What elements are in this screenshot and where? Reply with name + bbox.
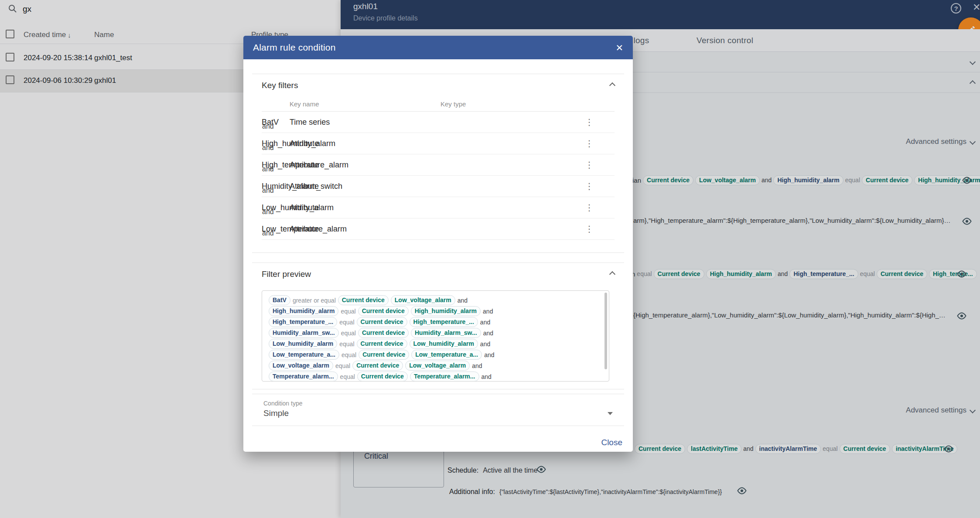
key-filters-title: Key filters	[262, 81, 298, 90]
key-filter-type: Attribute	[290, 225, 440, 234]
filter-preview-box: BatV greater or equal Current device Low…	[262, 290, 609, 382]
dropdown-caret-icon	[608, 412, 613, 415]
filter-preview-row: Humidity_alarm_sw... equal Current devic…	[269, 327, 598, 338]
key-chip: Low_voltage_alarm	[269, 361, 333, 371]
filter-preview-row: Temperature_alarm... equal Current devic…	[269, 371, 598, 382]
dialog-close-icon[interactable]: ✕	[615, 43, 623, 52]
filter-preview-row: Low_temperature_a... equal Current devic…	[269, 349, 598, 360]
row-menu-icon[interactable]: ⋮	[581, 117, 597, 127]
and-label: and	[262, 229, 274, 237]
filter-preview-row: Low_voltage_alarm equal Current device L…	[269, 360, 598, 371]
row-menu-icon[interactable]: ⋮	[581, 224, 597, 234]
condition-type-label: Condition type	[263, 400, 613, 407]
key-chip: Low_humidity_alarm	[269, 339, 337, 349]
key-chip: High_humidity_alarm	[269, 306, 338, 316]
join-label: and	[481, 373, 492, 380]
dialog-header: Alarm rule condition ✕	[243, 36, 633, 59]
and-label: and	[262, 165, 274, 173]
value-chip: Low_voltage_alarm	[391, 295, 455, 305]
alarm-rule-condition-dialog: Alarm rule condition ✕ Key filters Key n…	[243, 36, 633, 452]
operator-label: equal	[341, 351, 356, 358]
close-button[interactable]: Close	[594, 435, 629, 450]
key-chip: High_temperature_...	[269, 317, 337, 327]
key-chip: BatV	[269, 295, 290, 305]
value-chip: Low_humidity_alarm	[410, 339, 478, 349]
and-label: and	[262, 144, 274, 152]
condition-type-value: Simple	[263, 409, 289, 418]
join-label: and	[480, 341, 490, 348]
filter-preview-row: BatV greater or equal Current device Low…	[269, 295, 598, 306]
key-filters-panel-header[interactable]: Key filters	[262, 74, 615, 97]
key-filters-panel: Key filters Key name Key type and BatV T…	[252, 74, 624, 253]
operator-label: equal	[339, 319, 354, 326]
join-label: and	[458, 297, 468, 304]
collapse-chevron-up-icon[interactable]	[609, 82, 615, 89]
operator-label: equal	[341, 308, 355, 315]
entity-chip: Current device	[338, 295, 389, 305]
key-chip: Low_temperature_a...	[269, 350, 339, 360]
filter-preview-panel-header[interactable]: Filter preview	[262, 263, 615, 286]
operator-label: greater or equal	[293, 297, 336, 304]
key-filter-row[interactable]: and High_temperature_alarm Attribute ⋮	[262, 154, 615, 176]
entity-chip: Current device	[359, 350, 409, 360]
screen: Created time ↓ Name Profile type 2024-09…	[0, 0, 980, 518]
row-menu-icon[interactable]: ⋮	[581, 160, 597, 170]
column-key-type: Key type	[440, 100, 597, 108]
join-label: and	[480, 319, 490, 326]
key-filter-row[interactable]: and BatV Time series ⋮	[262, 112, 615, 133]
row-menu-icon[interactable]: ⋮	[581, 202, 597, 213]
and-label: and	[262, 208, 274, 216]
filter-preview-row: Low_humidity_alarm equal Current device …	[269, 338, 598, 349]
join-label: and	[483, 330, 493, 337]
key-chip: Temperature_alarm...	[269, 371, 338, 382]
value-chip: Temperature_alarm...	[410, 371, 479, 382]
entity-chip: Current device	[357, 317, 407, 327]
filter-preview-panel: Filter preview BatV greater or equal Cur…	[252, 262, 624, 389]
key-filter-row[interactable]: and High_humidity_alarm Attribute ⋮	[262, 133, 615, 154]
key-filter-row[interactable]: and Low_humidity_alarm Attribute ⋮	[262, 197, 615, 218]
collapse-chevron-up-icon[interactable]	[609, 271, 615, 277]
row-menu-icon[interactable]: ⋮	[581, 138, 597, 149]
dialog-title: Alarm rule condition	[253, 42, 336, 53]
and-label: and	[262, 123, 274, 130]
key-chip: Humidity_alarm_sw...	[269, 328, 339, 338]
operator-label: equal	[335, 362, 350, 369]
filter-preview-row: High_temperature_... equal Current devic…	[269, 317, 598, 327]
join-label: and	[484, 351, 494, 358]
value-chip: Low_temperature_a...	[411, 350, 482, 360]
operator-label: equal	[339, 341, 354, 348]
key-filter-type: Time series	[290, 118, 440, 127]
key-filter-type: Attribute	[290, 160, 440, 170]
key-filter-type: Attribute	[290, 139, 440, 148]
value-chip: Humidity_alarm_sw...	[411, 328, 481, 338]
condition-type-section: Condition type Simple	[252, 394, 624, 426]
key-filter-type: Attribute	[290, 203, 440, 212]
value-chip: High_humidity_alarm	[411, 306, 481, 316]
preview-scrollbar-thumb[interactable]	[604, 293, 607, 369]
key-filter-row[interactable]: and Humidity_alarm_switch Attribute ⋮	[262, 176, 615, 197]
entity-chip: Current device	[357, 339, 407, 349]
filter-preview-row: High_humidity_alarm equal Current device…	[269, 306, 598, 317]
value-chip: Low_voltage_alarm	[405, 361, 470, 371]
key-filters-table-header: Key name Key type	[262, 97, 615, 112]
operator-label: equal	[341, 330, 356, 337]
entity-chip: Current device	[358, 328, 409, 338]
entity-chip: Current device	[357, 371, 408, 382]
and-label: and	[262, 187, 274, 194]
join-label: and	[483, 308, 493, 315]
entity-chip: Current device	[352, 361, 403, 371]
join-label: and	[472, 362, 482, 369]
operator-label: equal	[340, 373, 355, 380]
filter-preview-title: Filter preview	[262, 269, 311, 279]
column-key-name: Key name	[290, 100, 440, 108]
value-chip: High_temperature_...	[410, 317, 478, 327]
row-menu-icon[interactable]: ⋮	[581, 181, 597, 191]
entity-chip: Current device	[358, 306, 409, 316]
key-filter-type: Attribute	[290, 182, 440, 191]
key-filter-row[interactable]: and Low_temperature_alarm Attribute ⋮	[262, 218, 615, 240]
condition-type-select[interactable]: Simple	[263, 409, 613, 418]
